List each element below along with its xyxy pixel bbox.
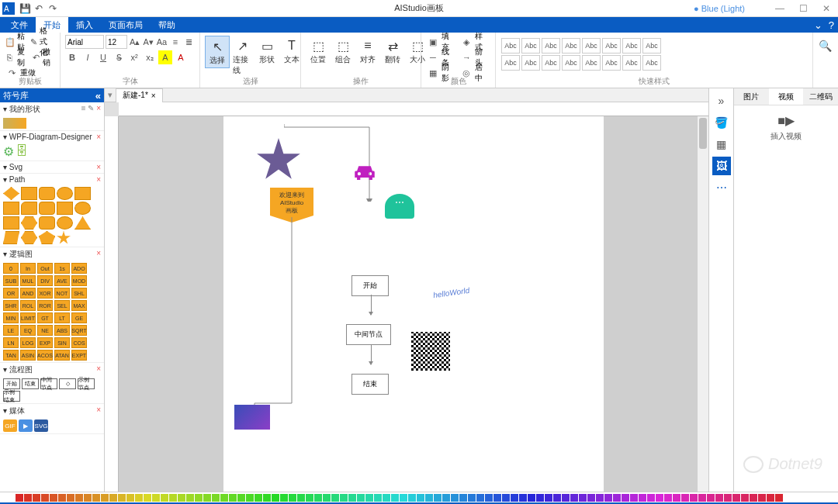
logic-btn-and[interactable]: AND [20, 288, 36, 299]
color-swatch[interactable] [476, 494, 484, 502]
color-swatch[interactable] [203, 494, 211, 502]
font-case-icon[interactable]: Aa [156, 35, 168, 49]
color-swatch[interactable] [84, 494, 92, 502]
section-wpf[interactable]: ▾ WPF-Diagram-Designer× [0, 131, 104, 143]
color-swatch[interactable] [493, 494, 501, 502]
quickstyle-item[interactable]: Abc [521, 38, 540, 54]
color-swatch[interactable] [434, 494, 442, 502]
shape-rect4[interactable] [21, 202, 37, 215]
bold-icon[interactable]: B [65, 50, 79, 64]
quickstyle-item[interactable]: Abc [602, 38, 621, 54]
color-swatch[interactable] [596, 494, 604, 502]
shape-diamond[interactable] [3, 187, 19, 200]
logic-btn-log[interactable]: LOG [20, 337, 36, 348]
font-family-input[interactable] [65, 35, 104, 49]
color-swatch[interactable] [639, 494, 646, 502]
color-swatch[interactable] [229, 494, 237, 502]
color-swatch[interactable] [33, 494, 40, 502]
strike-icon[interactable]: S̶ [112, 50, 126, 64]
section-myshapes[interactable]: ▾ 我的形状≡ ✎ × [0, 102, 104, 116]
color-swatch[interactable] [357, 494, 365, 502]
logic-btn-max[interactable]: MAX [71, 300, 87, 311]
logic-btn-expt[interactable]: EXPT [71, 350, 87, 361]
color-swatch[interactable] [186, 494, 194, 502]
color-swatch[interactable] [425, 494, 433, 502]
canvas-hello-text[interactable]: helloWorld [432, 286, 469, 299]
logic-btn-cos[interactable]: COS [71, 337, 87, 348]
color-swatch[interactable] [562, 494, 570, 502]
fontcolor-icon[interactable]: A [174, 50, 188, 64]
canvas[interactable]: 欢迎来到 AIStudio 画板 开始 中间节点 结束 helloWorld [119, 116, 708, 492]
color-swatch[interactable] [681, 494, 689, 502]
flow-btn[interactable]: 中间节点 [40, 378, 57, 389]
logic-btn-acos[interactable]: ACOS [37, 350, 53, 361]
shape-tri[interactable] [74, 216, 91, 230]
color-swatch[interactable] [673, 494, 680, 502]
color-swatch[interactable] [365, 494, 373, 502]
color-swatch[interactable] [656, 494, 663, 502]
close-icon[interactable]: ✕ [815, 0, 838, 17]
page[interactable]: 欢迎来到 AIStudio 画板 开始 中间节点 结束 helloWorld [223, 116, 604, 492]
section-flow[interactable]: ▾ 流程图× [0, 363, 104, 377]
tab-qrcode[interactable]: 二维码 [803, 88, 838, 105]
section-svg[interactable]: ▾ Svg× [0, 161, 104, 173]
logic-btn-not[interactable]: NOT [54, 288, 70, 299]
logic-btn-shl[interactable]: SHL [71, 288, 87, 299]
logic-btn-limit[interactable]: LIMIT [20, 312, 36, 323]
color-swatch[interactable] [570, 494, 578, 502]
quickstyle-item[interactable]: Abc [582, 55, 601, 71]
color-swatch[interactable] [340, 494, 348, 502]
minimize-icon[interactable]: — [768, 0, 791, 17]
color-swatch[interactable] [126, 494, 134, 502]
logic-btn-gt[interactable]: GT [37, 312, 53, 323]
color-swatch[interactable] [519, 494, 527, 502]
canvas-dashboard-icon[interactable] [385, 194, 414, 219]
quickstyle-item[interactable]: Abc [521, 55, 540, 71]
tab-close-icon[interactable]: × [151, 91, 156, 100]
insert-video-label[interactable]: 插入视频 [742, 131, 830, 142]
color-swatch[interactable] [459, 494, 467, 502]
color-swatch-bar[interactable] [0, 492, 838, 502]
vertical-scrollbar[interactable] [698, 116, 708, 492]
help-icon[interactable]: ? [829, 19, 834, 31]
flow-start[interactable]: 开始 [351, 275, 389, 296]
color-swatch[interactable] [297, 494, 305, 502]
logic-btn-div[interactable]: DIV [37, 275, 53, 286]
line-icon[interactable]: ─ [426, 50, 440, 64]
super-icon[interactable]: x² [127, 50, 141, 64]
logic-btn-min[interactable]: MIN [3, 312, 19, 323]
quickstyle-item[interactable]: Abc [542, 38, 560, 54]
color-swatch[interactable] [135, 494, 143, 502]
shape-rect[interactable] [21, 187, 37, 200]
color-swatch[interactable] [101, 494, 109, 502]
tab-video[interactable]: 视频 [769, 88, 804, 105]
rail-more-icon[interactable]: ⋯ [712, 178, 731, 197]
color-swatch[interactable] [485, 494, 493, 502]
font-grow-icon[interactable]: A▴ [129, 35, 140, 49]
logic-btn-le[interactable]: LE [3, 325, 19, 336]
connector-button[interactable]: ↗连接线 [230, 36, 255, 78]
logic-btn-xor[interactable]: XOR [37, 288, 53, 299]
color-swatch[interactable] [246, 494, 254, 502]
shape-round3[interactable] [39, 216, 55, 230]
style-icon[interactable]: ◈ [460, 35, 474, 49]
tab-image[interactable]: 图片 [734, 88, 769, 105]
shape-star[interactable] [57, 231, 71, 245]
logic-btn-ne[interactable]: NE [37, 325, 53, 336]
color-swatch[interactable] [280, 494, 288, 502]
color-swatch[interactable] [647, 494, 655, 502]
color-swatch[interactable] [195, 494, 203, 502]
shape-rect6[interactable] [3, 216, 19, 230]
logic-btn-sel[interactable]: SEL [54, 300, 70, 311]
color-swatch[interactable] [67, 494, 74, 502]
color-swatch[interactable] [442, 494, 450, 502]
flow-btn[interactable]: 示例结束 [3, 391, 20, 402]
tab-list-icon[interactable]: ▾ [105, 90, 116, 100]
media-btn[interactable]: SVG [34, 419, 48, 432]
color-swatch[interactable] [306, 494, 313, 502]
color-swatch[interactable] [502, 494, 510, 502]
logic-btn-out[interactable]: Out [37, 263, 53, 274]
color-swatch[interactable] [511, 494, 518, 502]
color-swatch[interactable] [732, 494, 740, 502]
menu-insert[interactable]: 插入 [68, 17, 101, 33]
